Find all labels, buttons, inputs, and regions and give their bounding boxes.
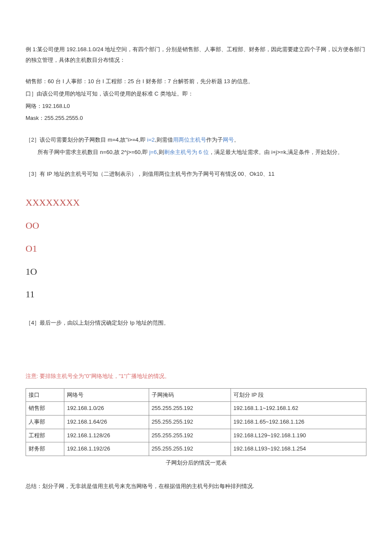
paragraph-intro: 例 1:某公司使用 192.168.1.0/24 地址空间，有四个部门，分别是销… xyxy=(26,44,366,65)
table-header-row: 接口 网络号 子网掩码 可划分 IP 段 xyxy=(26,388,366,402)
binary-xxx: XXXXXXXX xyxy=(26,194,366,212)
cell: 销售部 xyxy=(26,402,64,416)
binary-01: O1 xyxy=(26,240,366,258)
cell: 192.168.1.0/26 xyxy=(64,402,149,416)
paragraph-mask: Mask：255.255.2555.0 xyxy=(26,113,366,124)
step2b-d: 剩余主机号为 6 位 xyxy=(164,149,209,155)
step2b-c: ,则 xyxy=(157,149,164,155)
step2-d: 用两位主机号 xyxy=(173,137,206,143)
binary-11: 11 xyxy=(26,285,366,303)
paragraph-network: 网络：192.168.L0 xyxy=(26,101,366,112)
cell: 192.168.1.65~192.168.1.126 xyxy=(231,415,366,429)
step2b-e: ，满足最大地址需求。由 i+j>=k,满足条件，开始划分。 xyxy=(209,149,343,155)
header-network: 网络号 xyxy=(64,388,149,402)
table-row: 销售部 192.168.1.0/26 255.255.255.192 192.1… xyxy=(26,402,366,416)
cell: 192.168.L193~192.168.1.254 xyxy=(231,442,366,456)
cell: 255.255.255.192 xyxy=(149,415,231,429)
paragraph-summary: 总结：划分子网，无非就是借用主机号来充当网络号，在根据借用的主机号列出每种排列情… xyxy=(26,481,366,492)
step2-intro: ［2］该公司需要划分的子网数目 m=4,故"i>=4,即 xyxy=(26,137,147,143)
paragraph-step2: ［2］该公司需要划分的子网数目 m=4,故"i>=4,即 i=2,则需借用两位主… xyxy=(26,135,366,145)
binary-10: 1O xyxy=(26,263,366,281)
paragraph-dept-counts: 销售部：60 台 I 人事部：10 台 I 工程部：25 台 I 财务部：7 台… xyxy=(26,76,366,87)
paragraph-step3: ［3］有 IP 地址的主机号可知（二进制表示），则借用两位主机号作为子网号可有情… xyxy=(26,169,366,180)
cell: 工程部 xyxy=(26,429,64,442)
step2-e: 作为子 xyxy=(206,137,223,143)
cell: 255.255.255.192 xyxy=(149,429,231,442)
step2-g: 。 xyxy=(234,137,239,143)
cell: 财务部 xyxy=(26,442,64,456)
table-row: 财务部 192.168.1.192/26 255.255.255.192 192… xyxy=(26,442,366,456)
table-row: 人事部 192.168.1.64/26 255.255.255.192 192.… xyxy=(26,415,366,429)
header-range: 可划分 IP 段 xyxy=(231,388,366,402)
cell: 192.168.1.64/26 xyxy=(64,415,149,429)
step2-i2: i=2 xyxy=(147,137,155,143)
table-row: 工程部 192.168.1.128/26 255.255.255.192 192… xyxy=(26,429,366,442)
header-mask: 子网掩码 xyxy=(149,388,231,402)
binary-00: OO xyxy=(26,217,366,235)
cell: 255.255.255.192 xyxy=(149,442,231,456)
step2b-a: 所有子网中需求主机数目 n=60,故 2^j>=60,即 xyxy=(37,149,149,155)
paragraph-class-c: 口］由该公司使用的地址可知，该公司使用的是标准 C 类地址。即： xyxy=(26,89,366,99)
note-exclusion: 注意: 要排除主机号全为"0"网络地址，"1"广播地址的情况。 xyxy=(26,371,366,382)
cell: 192.168.L129~192.168.1.190 xyxy=(231,429,366,442)
paragraph-step2b: 所有子网中需求主机数目 n=60,故 2^j>=60,即 j=6,则剩余主机号为… xyxy=(26,147,366,158)
subnet-table: 接口 网络号 子网掩码 可划分 IP 段 销售部 192.168.1.0/26 … xyxy=(26,388,366,456)
paragraph-step4: ［4］最后一步，由以上划分情况确定划分 Ip 地址的范围。 xyxy=(26,318,366,328)
step2-f: 网号 xyxy=(223,137,234,143)
cell: 192.168.1.192/26 xyxy=(64,442,149,456)
step2-c: ,则需借 xyxy=(155,137,173,143)
cell: 192.168.1.128/26 xyxy=(64,429,149,442)
table-caption: 子网划分后的情况一览表 xyxy=(26,458,366,468)
header-interface: 接口 xyxy=(26,388,64,402)
cell: 255.255.255.192 xyxy=(149,402,231,416)
cell: 192.168.1.1~192.168.1.62 xyxy=(231,402,366,416)
cell: 人事部 xyxy=(26,415,64,429)
step2b-j6: j=6 xyxy=(149,149,157,155)
